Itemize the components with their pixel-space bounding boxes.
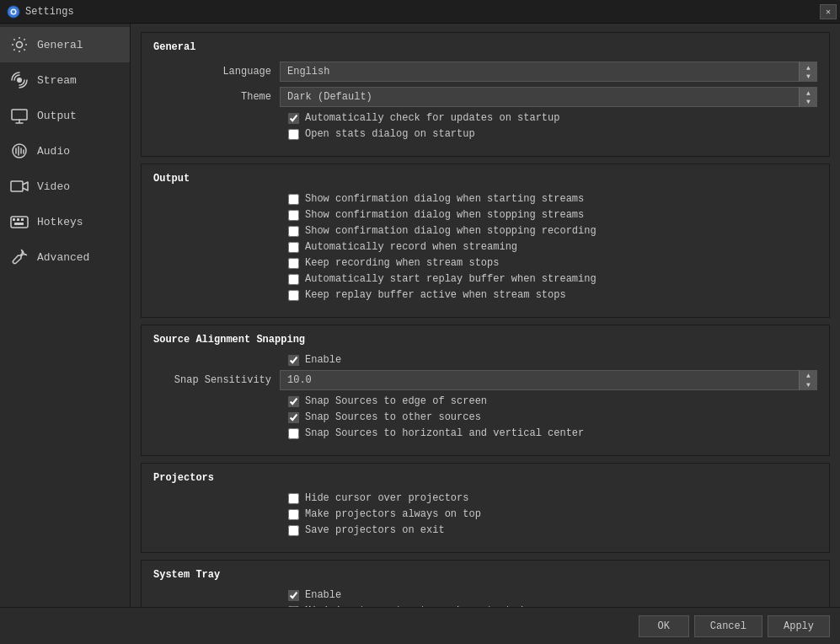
keep-replay-checkbox[interactable] <box>288 290 299 301</box>
snap-edge-row: Snap Sources to edge of screen <box>153 395 817 407</box>
auto-replay-label: Automatically start replay buffer when s… <box>305 273 597 285</box>
window-controls: ✕ <box>820 4 837 19</box>
snap-enable-row: Enable <box>153 354 817 366</box>
snapping-section: Source Alignment Snapping Enable Snap Se… <box>141 325 830 456</box>
snapping-section-title: Source Alignment Snapping <box>153 334 817 346</box>
snap-other-label: Snap Sources to other sources <box>305 411 481 423</box>
snap-sensitivity-spinbox-wrapper: ▲ ▼ <box>280 370 817 390</box>
spin-up-arrow[interactable]: ▲ <box>804 372 813 380</box>
hotkeys-icon <box>10 212 29 231</box>
auto-record-row: Automatically record when streaming <box>153 241 817 253</box>
sidebar-item-video[interactable]: Video <box>0 169 130 204</box>
system-tray-section: System Tray Enable Minimize to system tr… <box>141 560 830 607</box>
output-section-title: Output <box>153 173 817 185</box>
snap-sensitivity-row: Snap Sensitivity ▲ ▼ <box>153 370 817 390</box>
snap-sensitivity-label: Snap Sensitivity <box>153 374 280 386</box>
svg-point-2 <box>12 10 15 13</box>
always-on-top-row: Make projectors always on top <box>153 508 817 520</box>
confirm-start-checkbox[interactable] <box>288 194 299 205</box>
auto-record-label: Automatically record when streaming <box>305 241 517 253</box>
theme-select[interactable]: Dark (Default) Light System <box>280 87 817 107</box>
save-on-exit-row: Save projectors on exit <box>153 524 817 536</box>
apply-button[interactable]: Apply <box>768 615 830 637</box>
snap-center-checkbox[interactable] <box>288 428 299 439</box>
confirm-stop-rec-row: Show confirmation dialog when stopping r… <box>153 225 817 237</box>
tray-enable-row: Enable <box>153 589 817 601</box>
snap-sensitivity-arrows: ▲ ▼ <box>799 370 817 390</box>
sidebar-label-advanced: Advanced <box>37 251 89 264</box>
svg-point-3 <box>17 42 23 48</box>
snap-edge-checkbox[interactable] <box>288 396 299 407</box>
auto-replay-row: Automatically start replay buffer when s… <box>153 273 817 285</box>
sidebar-label-stream: Stream <box>37 74 77 87</box>
theme-label: Theme <box>153 91 280 103</box>
keep-replay-row: Keep replay buffer active when stream st… <box>153 289 817 301</box>
sidebar-label-video: Video <box>37 180 70 193</box>
sidebar: General Stream <box>0 24 131 607</box>
theme-control: Dark (Default) Light System ▲ ▼ <box>280 87 817 107</box>
snap-sensitivity-input[interactable] <box>280 370 817 390</box>
confirm-start-label: Show confirmation dialog when starting s… <box>305 193 584 205</box>
keep-replay-label: Keep replay buffer active when stream st… <box>305 289 566 301</box>
svg-point-4 <box>17 78 22 83</box>
sidebar-item-hotkeys[interactable]: Hotkeys <box>0 204 130 239</box>
language-select[interactable]: English Deutsch Français Español <box>280 62 817 82</box>
svg-rect-9 <box>13 218 15 221</box>
snap-sensitivity-control: ▲ ▼ <box>280 370 817 390</box>
projectors-section-title: Projectors <box>153 472 817 484</box>
snap-other-checkbox[interactable] <box>288 412 299 423</box>
svg-rect-11 <box>21 218 24 221</box>
sidebar-item-general[interactable]: General <box>0 27 130 62</box>
sidebar-item-audio[interactable]: Audio <box>0 133 130 169</box>
sidebar-label-general: General <box>37 39 83 51</box>
hide-cursor-checkbox[interactable] <box>288 493 299 504</box>
snap-center-label: Snap Sources to horizontal and vertical … <box>305 427 584 439</box>
svg-rect-8 <box>11 217 28 228</box>
app-icon <box>7 5 20 19</box>
sidebar-item-output[interactable]: Output <box>0 98 130 133</box>
snap-enable-checkbox[interactable] <box>288 355 299 366</box>
language-row: Language English Deutsch Français Españo… <box>153 62 817 82</box>
sidebar-label-audio: Audio <box>37 145 70 158</box>
tray-enable-checkbox[interactable] <box>288 590 299 601</box>
confirm-stop-stream-checkbox[interactable] <box>288 210 299 221</box>
auto-record-checkbox[interactable] <box>288 242 299 253</box>
always-on-top-label: Make projectors always on top <box>305 508 481 520</box>
keep-recording-checkbox[interactable] <box>288 258 299 269</box>
hide-cursor-label: Hide cursor over projectors <box>305 492 468 504</box>
confirm-stop-rec-label: Show confirmation dialog when stopping r… <box>305 225 597 237</box>
gear-icon <box>10 35 29 54</box>
output-icon <box>10 106 29 125</box>
snap-enable-label: Enable <box>305 354 341 366</box>
confirm-stop-rec-checkbox[interactable] <box>288 226 299 237</box>
svg-rect-5 <box>12 110 27 120</box>
cancel-button[interactable]: Cancel <box>694 615 762 637</box>
audio-icon <box>10 142 29 160</box>
close-button[interactable]: ✕ <box>820 4 837 19</box>
tray-enable-label: Enable <box>305 589 341 601</box>
language-control: English Deutsch Français Español ▲ ▼ <box>280 62 817 82</box>
hide-cursor-row: Hide cursor over projectors <box>153 492 817 504</box>
open-stats-checkbox[interactable] <box>288 129 299 140</box>
sidebar-label-hotkeys: Hotkeys <box>37 216 83 228</box>
sidebar-item-advanced[interactable]: Advanced <box>0 239 130 275</box>
keep-recording-label: Keep recording when stream stops <box>305 257 499 269</box>
keep-recording-row: Keep recording when stream stops <box>153 257 817 269</box>
video-icon <box>10 177 29 196</box>
title-bar: Settings ✕ <box>0 0 840 24</box>
save-on-exit-checkbox[interactable] <box>288 525 299 536</box>
sidebar-item-stream[interactable]: Stream <box>0 62 130 98</box>
language-select-wrapper: English Deutsch Français Español ▲ ▼ <box>280 62 817 82</box>
app-window: Settings ✕ General <box>0 0 840 644</box>
auto-update-checkbox[interactable] <box>288 113 299 124</box>
system-tray-section-title: System Tray <box>153 569 817 581</box>
sidebar-label-output: Output <box>37 110 77 122</box>
auto-replay-checkbox[interactable] <box>288 274 299 285</box>
spin-down-arrow[interactable]: ▼ <box>804 381 813 389</box>
general-section-title: General <box>153 41 817 53</box>
language-label: Language <box>153 66 280 78</box>
auto-update-label: Automatically check for updates on start… <box>305 112 559 124</box>
always-on-top-checkbox[interactable] <box>288 509 299 520</box>
ok-button[interactable]: OK <box>639 615 689 637</box>
confirm-stop-stream-row: Show confirmation dialog when stopping s… <box>153 209 817 221</box>
